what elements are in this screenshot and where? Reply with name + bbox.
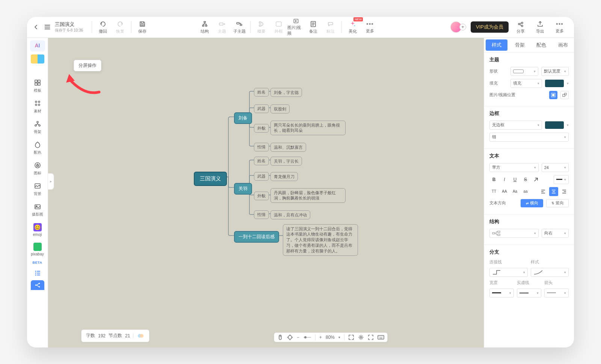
case-tt-button[interactable]: TT (489, 187, 498, 196)
liubei-look-label[interactable]: 外貌 (254, 124, 269, 133)
case-aa-lower-button[interactable]: aa (521, 187, 530, 196)
align-center-button[interactable] (549, 187, 558, 196)
width-select[interactable]: 默认宽度▾ (541, 67, 569, 76)
guanyu-look-label[interactable]: 外貌 (254, 192, 269, 200)
sidebar-item-skeleton[interactable]: 骨架 (29, 118, 46, 136)
tab-style[interactable]: 样式 (486, 39, 507, 51)
back-button[interactable] (30, 21, 42, 33)
branch-arrow-select[interactable]: ▾ (544, 288, 569, 298)
slider-icon[interactable] (303, 335, 311, 340)
structure-layout-select[interactable]: ▾ (489, 229, 539, 238)
sidebar-item-emoji[interactable]: 😊 emoji (29, 222, 46, 238)
redo-button[interactable]: 恢复 (112, 18, 129, 36)
settings-icon[interactable] (358, 334, 364, 340)
structure-button[interactable]: 结构 (196, 18, 213, 36)
sidebar-item-template[interactable]: 模板 (29, 77, 46, 95)
guanyu-temper-val[interactable]: 温和，且有点冲动 (270, 210, 310, 220)
italic-button[interactable]: I (500, 175, 509, 184)
media-pos-outside[interactable] (560, 91, 569, 99)
branch-dash-select[interactable]: ▾ (517, 288, 541, 298)
save-button[interactable]: 保存 (134, 18, 151, 36)
bold-button[interactable]: B (489, 175, 498, 184)
user-avatar[interactable]: + (450, 21, 466, 33)
liubei-temper-label[interactable]: 性情 (254, 143, 269, 151)
fit-screen-icon[interactable] (348, 334, 354, 340)
left-expand-handle[interactable]: ▸ (48, 173, 54, 190)
share-button[interactable]: 分享 (513, 18, 528, 36)
sidebar-item-connect[interactable] (31, 280, 44, 290)
hamburger-menu[interactable] (42, 22, 53, 32)
branch-review[interactable]: 一到十二回读后感 (234, 231, 279, 243)
guanyu-weapon-val[interactable]: 青龙偃月刀 (270, 172, 298, 181)
guanyu-look-val[interactable]: 丹凤眼，卧蝉眉，脸色像枣子般红润，胸前飘着长长的胡须 (270, 188, 346, 203)
label-button[interactable]: 标注 (322, 18, 339, 36)
sidebar-item-icon[interactable]: 图标 (29, 160, 46, 177)
branch-liubei[interactable]: 刘备 (234, 112, 252, 124)
case-aa-upper-button[interactable]: AA (500, 187, 509, 196)
vip-button[interactable]: VIP成为会员 (471, 21, 509, 33)
sidebar-item-outline[interactable] (29, 267, 46, 279)
note-button[interactable]: 备注 (305, 18, 322, 36)
border-style-select[interactable]: 无边框▾ (489, 121, 542, 130)
topic-button[interactable]: 主题 (213, 18, 231, 36)
media-pos-inside[interactable] (549, 91, 557, 99)
export-button[interactable]: 导出 (533, 18, 548, 36)
canvas[interactable]: 分屏操作 三国演义 刘备 姓名 刘备 (48, 38, 484, 347)
liubei-name-val[interactable]: 刘备，字玄德 (270, 88, 302, 97)
text-color-select[interactable]: ▾ (554, 175, 569, 184)
beautify-button[interactable]: NEW 美化 (344, 18, 361, 36)
underline-button[interactable]: U (510, 175, 519, 184)
target-icon[interactable] (287, 334, 293, 340)
border-width-select[interactable]: 细▾ (489, 133, 569, 142)
branch-connect-select[interactable]: ▾ (489, 268, 528, 277)
add-collaborator[interactable]: + (459, 24, 466, 30)
tab-color[interactable]: 配色 (531, 38, 553, 52)
collab-icon[interactable] (136, 332, 145, 340)
fullscreen-icon[interactable] (368, 334, 374, 340)
chevron-down-icon[interactable]: ▾ (338, 335, 340, 339)
ai-button[interactable]: AI (30, 40, 45, 51)
review-val[interactable]: 读了三国演义一到十二回合后，觉得这本书里的人物生动有趣，有生命力了。个人觉得应该… (283, 224, 358, 256)
guanyu-name-val[interactable]: 关羽，字云长 (270, 157, 302, 166)
align-right-button[interactable] (560, 187, 569, 196)
structure-direction-select[interactable]: 向右▾ (542, 229, 569, 238)
clear-format-button[interactable] (532, 175, 541, 184)
tab-canvas[interactable]: 画布 (552, 38, 574, 52)
sidebar-item-color[interactable]: 配色 (29, 139, 46, 157)
strike-button[interactable]: S (521, 175, 530, 184)
media-button[interactable]: 图片|视频 (287, 18, 305, 36)
font-size-select[interactable]: 24▾ (542, 163, 569, 172)
tab-skeleton[interactable]: 骨架 (509, 38, 531, 52)
undo-button[interactable]: 撤回 (94, 18, 112, 36)
guanyu-temper-label[interactable]: 性情 (254, 210, 269, 219)
mindmap-root[interactable]: 三国演义 (194, 172, 227, 186)
branch-style-select[interactable]: ▾ (531, 268, 569, 277)
more-button-right[interactable]: ••• 更多 (552, 18, 567, 36)
zoom-out-icon[interactable]: − (297, 335, 299, 340)
branch-width-select[interactable]: ▾ (489, 288, 514, 298)
frame-button[interactable]: 外框 (270, 18, 287, 36)
liubei-weapon-val[interactable]: 双股剑 (270, 104, 290, 114)
sidebar-item-pixabay[interactable]: pixabay (29, 241, 46, 258)
fill-mode-select[interactable]: 填充▾ (510, 79, 542, 88)
split-screen-button[interactable] (31, 54, 44, 63)
text-vertical-button[interactable]: ⇅竖向 (546, 199, 569, 207)
case-aa-title-button[interactable]: Aa (510, 187, 519, 196)
sidebar-item-background[interactable]: 背景 (29, 180, 46, 198)
liubei-look-val[interactable]: 两只耳朵长长的垂到肩膀上，眼角很长，能看到耳朵 (270, 121, 346, 136)
zoom-in-icon[interactable]: + (319, 335, 322, 340)
font-select[interactable]: 苹方▾ (489, 163, 539, 172)
fill-color-picker[interactable] (545, 80, 564, 87)
mouse-mode-icon[interactable] (277, 334, 283, 340)
border-color-picker[interactable] (545, 121, 564, 129)
text-horizontal-button[interactable]: ⇄横向 (521, 199, 543, 207)
guanyu-name-label[interactable]: 姓名 (254, 157, 269, 165)
keyboard-icon[interactable] (378, 335, 384, 340)
align-left-button[interactable] (539, 187, 548, 196)
guanyu-weapon-label[interactable]: 武器 (254, 172, 269, 181)
branch-guanyu[interactable]: 关羽 (234, 183, 252, 195)
sidebar-item-material[interactable]: 素材 (29, 98, 46, 115)
zoom-value[interactable]: 80% (326, 335, 335, 340)
liubei-temper-val[interactable]: 温和、沉默寡言 (270, 143, 306, 152)
sidebar-item-photo[interactable]: 摄影图 (29, 201, 46, 219)
